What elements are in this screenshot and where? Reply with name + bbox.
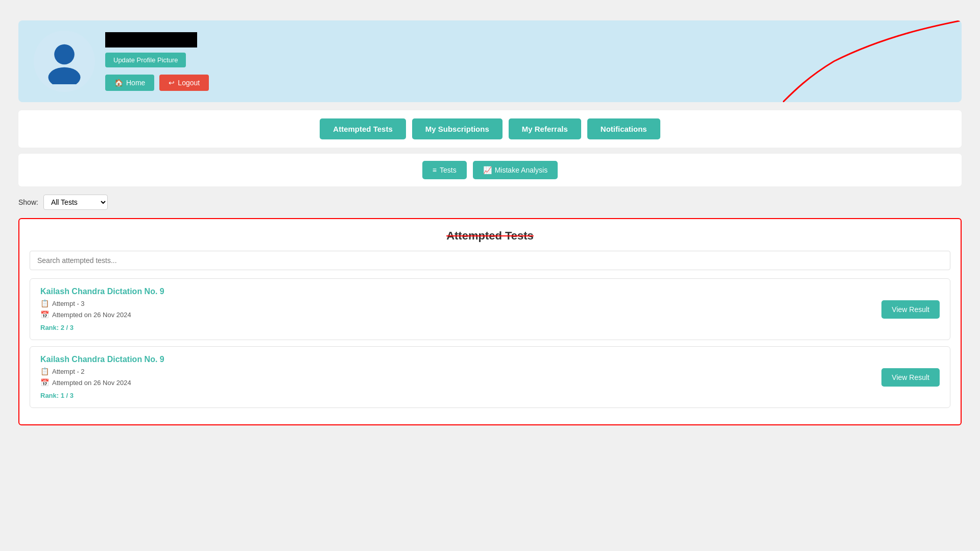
test-name[interactable]: Kailash Chandra Dictation No. 9 — [40, 355, 164, 364]
tab-notifications[interactable]: Notifications — [587, 118, 660, 139]
red-curve-decoration — [783, 20, 962, 102]
section-title: Attempted Tests — [30, 229, 950, 243]
tab-my-referrals[interactable]: My Referrals — [509, 118, 581, 139]
calendar-icon: 📅 — [40, 310, 49, 319]
test-attempt-meta: 📋 Attempt - 2 — [40, 367, 164, 375]
sub-navigation: ≡ Tests 📈 Mistake Analysis — [18, 154, 962, 186]
test-rank: Rank: 2 / 3 — [40, 324, 164, 331]
test-name[interactable]: Kailash Chandra Dictation No. 9 — [40, 287, 164, 296]
profile-header: Update Profile Picture 🏠 Home ↩ Logout — [18, 20, 962, 102]
attempt-number: Attempt - 2 — [52, 368, 85, 375]
test-card: Kailash Chandra Dictation No. 9 📋 Attemp… — [30, 278, 950, 340]
attempt-number: Attempt - 3 — [52, 300, 85, 307]
attempt-icon: 📋 — [40, 299, 49, 307]
test-card-info: Kailash Chandra Dictation No. 9 📋 Attemp… — [40, 355, 164, 399]
svg-point-1 — [49, 67, 81, 84]
test-card-info: Kailash Chandra Dictation No. 9 📋 Attemp… — [40, 287, 164, 331]
attempted-on: Attempted on 26 Nov 2024 — [52, 379, 131, 387]
home-button[interactable]: 🏠 Home — [105, 75, 154, 91]
test-date-meta: 📅 Attempted on 26 Nov 2024 — [40, 378, 164, 387]
test-rank: Rank: 1 / 3 — [40, 392, 164, 399]
logout-icon: ↩ — [169, 79, 175, 87]
chart-icon: 📈 — [483, 166, 492, 174]
calendar-icon: 📅 — [40, 378, 49, 387]
name-bar — [105, 32, 197, 47]
svg-point-0 — [54, 44, 75, 65]
logout-button[interactable]: ↩ Logout — [159, 75, 209, 91]
filter-select[interactable]: All Tests Recent Tests Passed Tests Fail… — [43, 195, 108, 210]
view-result-button[interactable]: View Result — [881, 300, 940, 319]
tab-my-subscriptions[interactable]: My Subscriptions — [412, 118, 503, 139]
main-content: Attempted Tests Kailash Chandra Dictatio… — [18, 218, 962, 425]
test-date-meta: 📅 Attempted on 26 Nov 2024 — [40, 310, 164, 319]
tab-navigation: Attempted Tests My Subscriptions My Refe… — [18, 110, 962, 148]
test-attempt-meta: 📋 Attempt - 3 — [40, 299, 164, 307]
show-label: Show: — [18, 198, 38, 206]
profile-info: Update Profile Picture 🏠 Home ↩ Logout — [105, 32, 209, 91]
sub-tab-tests[interactable]: ≡ Tests — [422, 161, 467, 179]
update-profile-picture-button[interactable]: Update Profile Picture — [105, 53, 186, 67]
avatar — [34, 31, 95, 92]
show-filter: Show: All Tests Recent Tests Passed Test… — [18, 193, 962, 212]
view-result-button[interactable]: View Result — [881, 368, 940, 387]
test-card: Kailash Chandra Dictation No. 9 📋 Attemp… — [30, 346, 950, 408]
tab-attempted-tests[interactable]: Attempted Tests — [320, 118, 405, 139]
home-icon: 🏠 — [114, 79, 123, 87]
profile-actions: 🏠 Home ↩ Logout — [105, 75, 209, 91]
attempted-on: Attempted on 26 Nov 2024 — [52, 311, 131, 319]
sub-tab-mistake-analysis[interactable]: 📈 Mistake Analysis — [473, 161, 558, 179]
list-icon: ≡ — [433, 166, 437, 174]
attempt-icon: 📋 — [40, 367, 49, 375]
search-input[interactable] — [30, 251, 950, 270]
